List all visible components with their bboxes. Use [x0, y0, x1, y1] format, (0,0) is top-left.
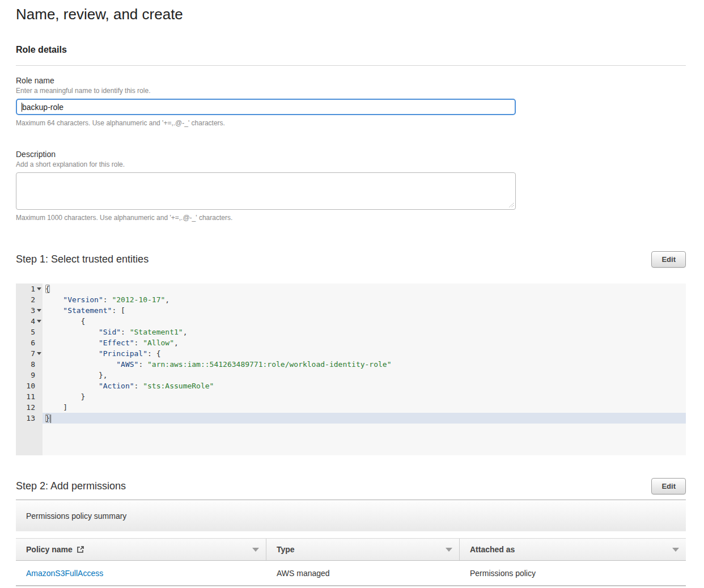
- line-number: 10: [16, 380, 43, 391]
- description-field: Description Add a short explanation for …: [16, 150, 686, 222]
- description-label: Description: [16, 150, 686, 159]
- role-name-label: Role name: [16, 76, 686, 85]
- step2-edit-button[interactable]: Edit: [651, 478, 686, 494]
- editor-empty-area: [16, 424, 686, 455]
- step2-header: Step 2: Add permissions Edit: [16, 478, 686, 494]
- step1-heading: Step 1: Select trusted entities: [16, 253, 149, 265]
- external-link-icon: [77, 545, 84, 553]
- step2-heading: Step 2: Add permissions: [16, 480, 126, 492]
- cell-policy-name: AmazonS3FullAccess: [16, 561, 266, 585]
- column-label: Attached as: [470, 545, 515, 554]
- role-name-input[interactable]: backup-role: [16, 99, 516, 115]
- code-line: 11 }: [16, 391, 686, 402]
- page: Name, review, and create Role details Ro…: [0, 0, 704, 586]
- column-header-attached-as[interactable]: Attached as: [460, 539, 686, 560]
- step1-edit-button[interactable]: Edit: [651, 251, 686, 268]
- fold-caret-icon[interactable]: [35, 305, 43, 316]
- policy-name-link[interactable]: AmazonS3FullAccess: [26, 569, 103, 578]
- permissions-summary-title: Permissions policy summary: [26, 511, 126, 521]
- section-divider: [16, 65, 686, 66]
- line-number: 6: [16, 337, 43, 348]
- line-number: 1: [16, 284, 43, 294]
- description-input[interactable]: [16, 172, 516, 210]
- fold-caret-icon[interactable]: [35, 348, 43, 359]
- column-header-type[interactable]: Type: [266, 539, 460, 560]
- code-line: 13}: [16, 413, 686, 424]
- cell-attached-as: Permissions policy: [460, 561, 686, 585]
- column-label: Type: [277, 545, 295, 554]
- sort-icon[interactable]: [672, 548, 679, 552]
- table-row: AmazonS3FullAccess AWS managed Permissio…: [16, 561, 686, 586]
- sort-icon[interactable]: [252, 548, 259, 552]
- role-name-hint: Maximum 64 characters. Use alphanumeric …: [16, 119, 686, 127]
- line-number: 7: [16, 348, 43, 359]
- line-number: 2: [16, 294, 43, 305]
- code-line: 2 "Version": "2012-10-17",: [16, 294, 686, 305]
- line-number: 5: [16, 327, 43, 337]
- cell-type: AWS managed: [266, 561, 460, 585]
- description-hint: Maximum 1000 characters. Use alphanumeri…: [16, 214, 686, 222]
- code-line: 3 "Statement": [: [16, 305, 686, 316]
- permissions-summary-panel: Permissions policy summary: [16, 500, 686, 531]
- column-label: Policy name: [26, 545, 73, 554]
- code-line: 4 {: [16, 316, 686, 327]
- role-name-help: Enter a meaningful name to identify this…: [16, 87, 686, 95]
- code-line: 7 "Principal": {: [16, 348, 686, 359]
- role-name-value: backup-role: [22, 103, 63, 112]
- code-line: 6 "Effect": "Allow",: [16, 337, 686, 348]
- line-number: 3: [16, 305, 43, 316]
- code-line: 1{: [16, 284, 686, 294]
- sort-icon[interactable]: [446, 548, 452, 552]
- line-number: 8: [16, 359, 43, 370]
- code-line: 8 "AWS": "arn:aws:iam::541263489771:role…: [16, 359, 686, 370]
- description-help: Add a short explanation for this role.: [16, 160, 686, 168]
- code-line: 10 "Action": "sts:AssumeRole": [16, 380, 686, 391]
- code-line: 12 ]: [16, 402, 686, 413]
- code-line: 5 "Sid": "Statement1",: [16, 327, 686, 337]
- fold-caret-icon[interactable]: [35, 316, 43, 327]
- fold-caret-icon[interactable]: [35, 284, 43, 294]
- line-number: 13: [16, 413, 43, 424]
- step1-header: Step 1: Select trusted entities Edit: [16, 251, 686, 268]
- role-name-field: Role name Enter a meaningful name to ide…: [16, 76, 686, 127]
- role-details-heading: Role details: [16, 45, 686, 55]
- policy-editor[interactable]: 1{2 "Version": "2012-10-17",3 "Statement…: [16, 284, 686, 455]
- page-title: Name, review, and create: [16, 6, 686, 23]
- code-line: 9 },: [16, 370, 686, 380]
- line-number: 4: [16, 316, 43, 327]
- line-number: 11: [16, 391, 43, 402]
- resize-gripper-icon[interactable]: [508, 202, 514, 208]
- table-header-row: Policy name Type Attached as: [16, 538, 686, 561]
- line-number: 12: [16, 402, 43, 413]
- column-header-policy-name[interactable]: Policy name: [16, 539, 266, 560]
- permissions-table: Policy name Type Attached as: [16, 538, 686, 586]
- editor-cursor: [50, 414, 51, 423]
- line-number: 9: [16, 370, 43, 380]
